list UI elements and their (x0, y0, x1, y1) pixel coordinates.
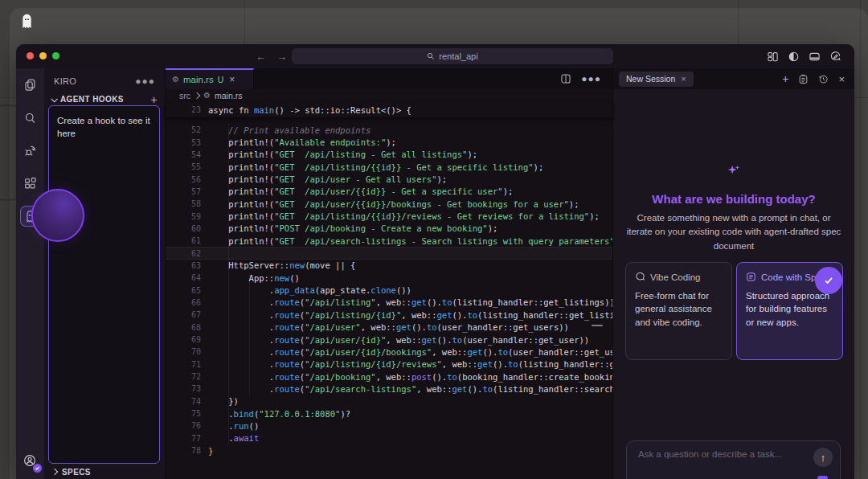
code-line[interactable]: 77 .await (166, 432, 612, 444)
command-center-search[interactable]: rental_api (292, 48, 613, 64)
code-area[interactable]: 52 // Print available endpoints53 printl… (166, 117, 612, 479)
code-line[interactable]: 73 .route("/api/search-listings", web::g… (166, 383, 612, 395)
feedback-icon[interactable] (829, 51, 841, 63)
vibe-coding-card[interactable]: Vibe Coding Free-form chat for general a… (625, 262, 732, 360)
code-text: .route("/api/booking", web::post().to(bo… (208, 372, 612, 382)
debug-icon[interactable] (20, 140, 41, 161)
code-text: .await (208, 433, 259, 443)
code-line[interactable]: 67 .route("/api/listing/{id}", web::get(… (166, 309, 612, 321)
line-number: 59 (166, 212, 201, 221)
zoom-window-button[interactable] (52, 52, 59, 59)
breadcrumb-folder[interactable]: src (179, 91, 190, 100)
tab-main-rs[interactable]: ⚙ main.rs U × (166, 68, 254, 89)
kiro-drag-orb[interactable] (31, 189, 84, 242)
agent-hooks-empty-dropzone[interactable]: Create a hook to see it here (48, 105, 160, 464)
background-gridline (860, 0, 861, 479)
new-session-icon[interactable]: + (782, 73, 788, 84)
code-lines: 52 // Print available endpoints53 printl… (166, 124, 612, 456)
line-number: 52 (166, 125, 201, 134)
chat-input-container[interactable]: ↑ (626, 440, 841, 479)
code-line[interactable]: 71 .route("/api/listing/{id}/reviews", w… (166, 358, 612, 371)
code-token: (). (427, 297, 442, 307)
chevron-right-icon (51, 469, 58, 475)
panel-toggle-icon[interactable] (809, 51, 821, 63)
scrollbar-handle[interactable] (592, 325, 603, 326)
code-line[interactable]: 59 println!("GET /api/listing/{{id}}/rev… (166, 210, 612, 222)
code-token: App:: (208, 273, 274, 283)
line-number: 53 (166, 138, 201, 147)
code-text: .route("/api/user/{id}", web::get().to(u… (208, 335, 589, 345)
chat-session-tab[interactable]: New Session × (619, 72, 694, 87)
code-line[interactable]: 62 (166, 247, 612, 259)
code-line[interactable]: 70 .route("/api/user/{id}/bookings", web… (166, 346, 612, 358)
code-line[interactable]: 55 println!("GET /api/listing/{{id}} - G… (166, 161, 612, 173)
close-window-button[interactable] (27, 52, 34, 59)
code-text: .route("/api/user", web::get().to(user_h… (208, 322, 569, 332)
split-editor-icon[interactable] (560, 73, 571, 84)
code-line[interactable]: 68 .route("/api/user", web::get().to(use… (166, 321, 612, 334)
back-button[interactable]: ← (256, 51, 266, 63)
more-actions-icon[interactable]: ●●● (135, 76, 155, 87)
account-icon[interactable] (19, 450, 40, 471)
code-token: println!( (208, 186, 274, 196)
code-line[interactable]: 64 App::new() (166, 272, 612, 284)
explorer-icon[interactable] (20, 74, 41, 95)
editor-group: ⚙ main.rs U × ●●● src ⚙ (166, 68, 612, 479)
code-line[interactable]: 78} (166, 444, 612, 456)
chat-tab-label: New Session (626, 74, 675, 84)
close-panel-icon[interactable]: × (838, 73, 845, 85)
code-line[interactable]: 52 // Print available endpoints (166, 124, 612, 136)
code-line[interactable]: 58 println!("GET /api/user/{{id}}/bookin… (166, 198, 612, 210)
sticky-line[interactable]: 23async fn main() -> std::io::Result<()>… (166, 102, 612, 117)
agent-hooks-section-header[interactable]: AGENT HOOKS + (44, 93, 165, 105)
code-token: println!( (208, 149, 274, 159)
code-line[interactable]: 54 println!("GET /api/listing - Get all … (166, 149, 612, 161)
code-token: "GET /api/user/{{id}} - Get a specific u… (274, 186, 502, 196)
breadcrumb[interactable]: src ⚙ main.rs (166, 89, 612, 102)
extensions-icon[interactable] (20, 173, 41, 194)
code-text: }) (208, 396, 239, 406)
task-list-icon[interactable] (798, 74, 809, 84)
code-line[interactable]: 75 .bind("127.0.0.1:8080")? (166, 407, 612, 420)
code-line[interactable]: 23async fn main() -> std::io::Result<()>… (166, 104, 612, 116)
code-token: )? (340, 409, 350, 419)
chat-input[interactable] (637, 448, 800, 460)
code-token: "GET /api/search-listings - Search listi… (274, 236, 612, 246)
line-number: 74 (166, 397, 201, 406)
layout-grid-icon[interactable] (767, 51, 779, 63)
sidebar-toggle-icon[interactable] (788, 51, 800, 63)
code-line[interactable]: 72 .route("/api/booking", web::post().to… (166, 371, 612, 383)
side-panel-title: KIRO (54, 76, 76, 86)
more-actions-icon[interactable]: ●●● (581, 73, 601, 84)
code-token: (user_handler::get_users)) (437, 322, 569, 332)
specs-section-header[interactable]: SPECS (44, 465, 99, 479)
code-line[interactable]: 76 .run() (166, 420, 612, 432)
code-token: "/api/user" (305, 322, 361, 332)
code-token: to (447, 372, 457, 382)
code-token: (). (432, 372, 447, 382)
close-tab-icon[interactable]: × (229, 74, 235, 85)
breadcrumb-file[interactable]: main.rs (215, 91, 242, 100)
add-hook-button[interactable]: + (150, 93, 158, 106)
send-button[interactable]: ↑ (813, 448, 833, 467)
code-line[interactable]: 60 println!("POST /api/booking - Create … (166, 223, 612, 235)
history-icon[interactable] (818, 74, 829, 84)
code-line[interactable]: 74 }) (166, 395, 612, 407)
code-line[interactable]: 65 .app_data(app_state.clone()) (166, 284, 612, 296)
code-line[interactable]: 53 println!("Available endpoints:"); (166, 136, 612, 148)
code-token: (listing_handler::search_listings)) (493, 384, 612, 394)
code-token: to (452, 335, 462, 345)
code-line[interactable]: 66 .route("/api/listing", web::get().to(… (166, 297, 612, 309)
code-line[interactable]: 61 println!("GET /api/search-listings - … (166, 235, 612, 247)
close-session-icon[interactable]: × (681, 74, 686, 84)
code-line[interactable]: 69 .route("/api/user/{id}", web::get().t… (166, 334, 612, 346)
code-line[interactable]: 63 HttpServer::new(move || { (166, 260, 612, 272)
code-line[interactable]: 56 println!("GET /api/user - Get all use… (166, 173, 612, 185)
search-icon[interactable] (20, 107, 41, 128)
code-token: "/api/user/{id}/bookings" (305, 347, 432, 357)
forward-button[interactable]: → (276, 51, 287, 63)
code-token: "/api/listing/{id}/reviews" (305, 359, 442, 369)
spec-document-icon (746, 272, 756, 282)
minimize-window-button[interactable] (39, 52, 47, 59)
code-line[interactable]: 57 println!("GET /api/user/{{id}} - Get … (166, 186, 612, 198)
